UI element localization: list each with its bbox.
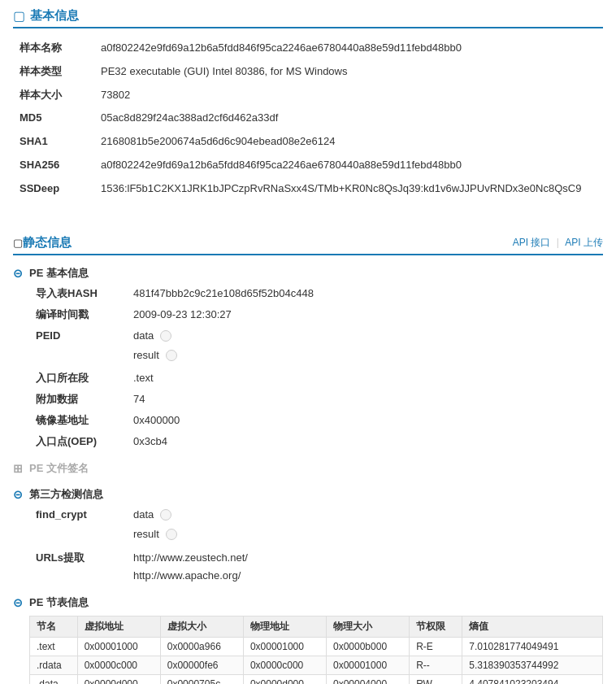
static-info-section: ▢ 静态信息 API 接口 | API 上传 ⊝ PE 基本信息 导入表HASH… bbox=[13, 235, 603, 684]
third-party-table: find_crypt data result URLs提取 http://www… bbox=[29, 504, 603, 586]
col-header-entropy: 熵值 bbox=[462, 616, 603, 637]
static-info-icon: ▢ bbox=[13, 237, 23, 249]
table-row: .data0x0000d0000x0000705c0x0000d0000x000… bbox=[30, 674, 603, 684]
pe-basic-title: PE 基本信息 bbox=[29, 266, 89, 281]
col-header-virtual-size: 虚拟大小 bbox=[160, 616, 243, 637]
table-row: 附加数据 74 bbox=[29, 389, 603, 410]
table-row: URLs提取 http://www.zeustech.net/ http://w… bbox=[29, 547, 603, 586]
pe-sections-title: PE 节表信息 bbox=[29, 595, 89, 610]
field-value: 2009-09-23 12:30:27 bbox=[127, 304, 603, 325]
table-cell: R-E bbox=[410, 637, 462, 656]
field-value: PE32 executable (GUI) Intel 80386, for M… bbox=[94, 60, 603, 84]
table-cell: 0x0000d000 bbox=[77, 674, 160, 684]
field-value: http://www.zeustech.net/ http://www.apac… bbox=[127, 547, 603, 586]
field-label: MD5 bbox=[13, 107, 94, 130]
table-cell: 0x00001000 bbox=[77, 637, 160, 656]
field-label: 样本大小 bbox=[13, 84, 94, 107]
col-header-section-name: 节名 bbox=[30, 616, 78, 637]
table-cell: 0x0000d000 bbox=[243, 674, 326, 684]
field-value: .text bbox=[127, 368, 603, 389]
table-row: MD5 05ac8d829f24ac388ad2cf6d462a33df bbox=[13, 107, 603, 130]
table-cell: .data bbox=[30, 674, 78, 684]
field-value: 73802 bbox=[94, 84, 603, 107]
pe-signature-title: PE 文件签名 bbox=[29, 461, 89, 476]
pe-signature-header[interactable]: ⊞ PE 文件签名 bbox=[13, 459, 603, 478]
third-party-title: 第三方检测信息 bbox=[29, 487, 103, 502]
col-header-physical-addr: 物理地址 bbox=[243, 616, 326, 637]
static-info-header: ▢ 静态信息 API 接口 | API 上传 bbox=[13, 235, 603, 255]
table-cell: 0x00001000 bbox=[243, 637, 326, 656]
api-links: API 接口 | API 上传 bbox=[513, 236, 603, 250]
field-value: a0f802242e9fd69a12b6a5fdd846f95ca2246ae6… bbox=[94, 154, 603, 177]
third-party-content: find_crypt data result URLs提取 http://www… bbox=[13, 504, 603, 586]
api-divider: | bbox=[557, 237, 559, 248]
table-row: SHA256 a0f802242e9fd69a12b6a5fdd846f95ca… bbox=[13, 154, 603, 177]
table-cell: 0x00004000 bbox=[327, 674, 410, 684]
table-cell: R-- bbox=[410, 656, 462, 674]
table-header-row: 节名 虚拟地址 虚拟大小 物理地址 物理大小 节权限 熵值 bbox=[30, 616, 603, 637]
table-cell: 0x0000c000 bbox=[77, 656, 160, 674]
table-row: find_crypt data result bbox=[29, 504, 603, 547]
table-cell: 0x00001000 bbox=[327, 656, 410, 674]
field-value: 481f47bbb2c9c21e108d65f52b04c448 bbox=[127, 283, 603, 304]
circle-icon bbox=[166, 529, 177, 540]
field-value: data result bbox=[127, 325, 603, 368]
table-row: 样本大小 73802 bbox=[13, 84, 603, 107]
basic-info-header: ▢ 基本信息 bbox=[13, 8, 603, 28]
table-cell: RW- bbox=[410, 674, 462, 684]
field-label: 镜像基地址 bbox=[29, 410, 127, 431]
collapse-icon-pe-sections: ⊝ bbox=[13, 596, 24, 609]
table-cell: 0x00000fe6 bbox=[160, 656, 243, 674]
table-row: 镜像基地址 0x400000 bbox=[29, 410, 603, 431]
pe-sections-header[interactable]: ⊝ PE 节表信息 bbox=[13, 593, 603, 612]
table-row: 样本名称 a0f802242e9fd69a12b6a5fdd846f95ca22… bbox=[13, 37, 603, 60]
table-row: 编译时间戳 2009-09-23 12:30:27 bbox=[29, 304, 603, 325]
field-label: 入口点(OEP) bbox=[29, 431, 127, 452]
static-info-title: 静态信息 bbox=[23, 235, 72, 251]
field-label: 样本类型 bbox=[13, 60, 94, 84]
table-cell: 7.010281774049491 bbox=[462, 637, 603, 656]
table-row: 入口所在段 .text bbox=[29, 368, 603, 389]
field-value: a0f802242e9fd69a12b6a5fdd846f95ca2246ae6… bbox=[94, 37, 603, 60]
field-label: SHA1 bbox=[13, 130, 94, 154]
pe-basic-content: 导入表HASH 481f47bbb2c9c21e108d65f52b04c448… bbox=[13, 283, 603, 453]
circle-icon bbox=[160, 509, 171, 521]
pe-sections-table: 节名 虚拟地址 虚拟大小 物理地址 物理大小 节权限 熵值 .text0x000… bbox=[29, 616, 603, 684]
table-row: 样本类型 PE32 executable (GUI) Intel 80386, … bbox=[13, 60, 603, 84]
pe-signature-subsection: ⊞ PE 文件签名 bbox=[13, 459, 603, 478]
col-header-permissions: 节权限 bbox=[410, 616, 462, 637]
third-party-header[interactable]: ⊝ 第三方检测信息 bbox=[13, 485, 603, 504]
basic-info-table: 样本名称 a0f802242e9fd69a12b6a5fdd846f95ca22… bbox=[13, 37, 603, 201]
table-row: .rdata0x0000c0000x00000fe60x0000c0000x00… bbox=[30, 656, 603, 674]
table-row: SSDeep 1536:lF5b1C2KX1JRK1bJPCzpRvRNaSxx… bbox=[13, 177, 603, 201]
table-cell: 0x0000705c bbox=[160, 674, 243, 684]
api-upload-link[interactable]: API 上传 bbox=[565, 237, 603, 248]
field-value: data result bbox=[127, 504, 603, 547]
pe-basic-table: 导入表HASH 481f47bbb2c9c21e108d65f52b04c448… bbox=[29, 283, 603, 453]
table-row: PEID data result bbox=[29, 325, 603, 368]
circle-icon bbox=[166, 350, 177, 361]
col-header-physical-size: 物理大小 bbox=[327, 616, 410, 637]
table-cell: 0x0000c000 bbox=[243, 656, 326, 674]
basic-info-title: 基本信息 bbox=[30, 8, 79, 24]
table-cell: .rdata bbox=[30, 656, 78, 674]
pe-basic-header[interactable]: ⊝ PE 基本信息 bbox=[13, 264, 603, 283]
field-label: 入口所在段 bbox=[29, 368, 127, 389]
field-value: 0x3cb4 bbox=[127, 431, 603, 452]
collapse-icon-pe-signature: ⊞ bbox=[13, 462, 24, 475]
table-cell: 0x0000a966 bbox=[160, 637, 243, 656]
table-cell: 4.407841023203494 bbox=[462, 674, 603, 684]
pe-sections-content: 节名 虚拟地址 虚拟大小 物理地址 物理大小 节权限 熵值 .text0x000… bbox=[13, 616, 603, 684]
table-cell: 0x0000b000 bbox=[327, 637, 410, 656]
table-cell: 5.318390353744992 bbox=[462, 656, 603, 674]
field-value: 05ac8d829f24ac388ad2cf6d462a33df bbox=[94, 107, 603, 130]
table-row: 导入表HASH 481f47bbb2c9c21e108d65f52b04c448 bbox=[29, 283, 603, 304]
field-value: 2168081b5e200674a5d6d6c904ebead08e2e6124 bbox=[94, 130, 603, 154]
col-header-virtual-addr: 虚拟地址 bbox=[77, 616, 160, 637]
api-interface-link[interactable]: API 接口 bbox=[513, 237, 551, 248]
table-cell: .text bbox=[30, 637, 78, 656]
table-row: SHA1 2168081b5e200674a5d6d6c904ebead08e2… bbox=[13, 130, 603, 154]
field-label: 附加数据 bbox=[29, 389, 127, 410]
collapse-icon-pe-basic: ⊝ bbox=[13, 267, 24, 280]
field-label: SHA256 bbox=[13, 154, 94, 177]
